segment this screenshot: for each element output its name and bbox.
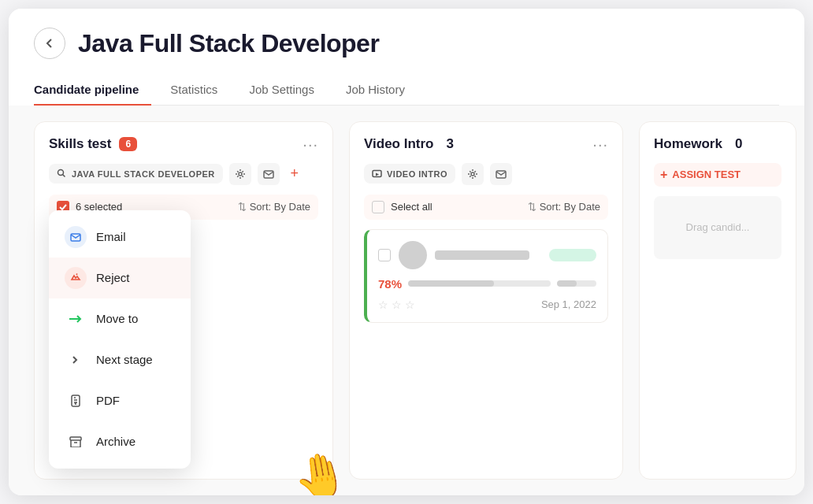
menu-item-pdf[interactable]: PDF: [49, 380, 191, 421]
svg-rect-5: [70, 437, 81, 440]
candidate-percent: 78%: [378, 277, 402, 291]
video-test-tag: VIDEO INTRO: [364, 164, 455, 183]
skills-test-tag: JAVA FULL STACK DEVELOPER: [49, 164, 223, 183]
video-card-header: Video Intro 3 ···: [364, 136, 608, 152]
back-button[interactable]: [34, 28, 65, 59]
menu-item-move[interactable]: Move to: [49, 298, 191, 339]
skills-test-name: JAVA FULL STACK DEVELOPER: [72, 169, 215, 179]
candidate-progress-row: 78%: [378, 277, 596, 291]
video-select-row: Select all ⇅ Sort: By Date: [364, 195, 608, 220]
video-select-checkbox[interactable]: [372, 201, 384, 213]
header-top: Java Full Stack Developer: [34, 28, 779, 59]
video-card-title: Video Intro: [364, 136, 433, 152]
video-sort-row[interactable]: ⇅ Sort: By Date: [528, 201, 600, 213]
skills-mail-button[interactable]: [258, 163, 280, 185]
video-more-button[interactable]: ···: [592, 136, 608, 152]
nav-tabs: Candidate pipeline Statistics Job Settin…: [34, 75, 779, 106]
video-test-name: VIDEO INTRO: [387, 169, 447, 179]
video-intro-card: Video Intro 3 ··· VIDEO INTRO: [349, 121, 623, 480]
video-sort-icon: ⇅: [528, 201, 536, 213]
svg-point-7: [471, 172, 474, 176]
svg-point-1: [239, 172, 242, 176]
header: Java Full Stack Developer Candidate pipe…: [9, 9, 804, 106]
drag-label: Drag candid...: [686, 221, 750, 233]
candidate-progress-bar: [408, 280, 551, 287]
menu-next-label: Next stage: [96, 353, 153, 366]
menu-reject-label: Reject: [96, 271, 130, 284]
menu-item-archive[interactable]: Archive: [49, 421, 191, 462]
candidate-name: [435, 250, 529, 260]
score-fill: [557, 280, 577, 287]
menu-item-email[interactable]: Email: [49, 217, 191, 258]
skills-title-row: Skills test 6: [49, 136, 137, 152]
sort-icon: ⇅: [238, 201, 247, 213]
video-title-row: Video Intro 3: [364, 136, 454, 152]
candidate-avatar-row: [378, 241, 529, 269]
skills-test-row: JAVA FULL STACK DEVELOPER +: [49, 163, 318, 185]
sort-row[interactable]: ⇅ Sort: By Date: [238, 201, 310, 213]
hand-cursor: 🤚: [289, 446, 352, 495]
homework-title-row: Homework 0: [654, 136, 742, 152]
progress-fill: [408, 280, 494, 287]
menu-archive-label: Archive: [96, 435, 136, 448]
pdf-icon: [65, 390, 87, 412]
dropdown-menu: Email Reject: [49, 210, 191, 469]
skills-test-card: Skills test 6 ··· JAVA FULL STACK DEVELO…: [34, 121, 333, 480]
menu-move-label: Move to: [96, 312, 138, 325]
homework-count-badge: 0: [735, 136, 742, 152]
skills-settings-button[interactable]: [229, 163, 251, 185]
assign-test-button[interactable]: + ASSIGN TEST: [654, 163, 781, 187]
video-test-row: VIDEO INTRO: [364, 163, 608, 185]
sort-text: Sort: By Date: [250, 201, 310, 213]
svg-point-0: [58, 170, 64, 176]
video-count-badge: 3: [446, 136, 453, 152]
email-icon: [65, 226, 87, 248]
tab-job-history[interactable]: Job History: [333, 75, 418, 106]
main-content: Skills test 6 ··· JAVA FULL STACK DEVELO…: [9, 106, 804, 496]
next-stage-icon: [65, 349, 87, 371]
assign-plus-icon: +: [660, 168, 667, 182]
drag-candidate-area: Drag candid...: [654, 196, 781, 259]
video-select-all-text: Select all: [391, 201, 522, 213]
app-window: Java Full Stack Developer Candidate pipe…: [9, 9, 804, 495]
skills-add-button[interactable]: +: [286, 165, 303, 183]
skills-card-title: Skills test: [49, 136, 111, 152]
reject-icon: [65, 267, 87, 289]
page-title: Java Full Stack Developer: [78, 29, 379, 58]
tab-candidate-pipeline[interactable]: Candidate pipeline: [34, 75, 151, 106]
candidate-top-row: [378, 241, 596, 269]
candidate-status: [549, 249, 596, 261]
skills-badge: 6: [119, 137, 137, 151]
video-candidate-card: 78% ☆ ☆ ☆ Sep 1, 2022: [364, 229, 608, 323]
homework-card-title: Homework: [654, 136, 722, 152]
assign-test-label: ASSIGN TEST: [672, 169, 741, 180]
video-sort-text: Sort: By Date: [540, 201, 600, 213]
skills-card-header: Skills test 6 ···: [49, 136, 318, 152]
archive-icon: [65, 431, 87, 453]
candidate-stars: ☆ ☆ ☆: [378, 298, 415, 311]
video-candidate-section: 78% ☆ ☆ ☆ Sep 1, 2022: [364, 229, 608, 323]
skills-more-button[interactable]: ···: [303, 136, 318, 152]
homework-card-header: Homework 0: [654, 136, 781, 152]
menu-item-reject[interactable]: Reject: [49, 258, 191, 298]
stars-date-row: ☆ ☆ ☆ Sep 1, 2022: [378, 298, 596, 311]
menu-email-label: Email: [96, 230, 126, 243]
tab-job-settings[interactable]: Job Settings: [236, 75, 327, 106]
homework-card: Homework 0 + ASSIGN TEST Drag candid...: [639, 121, 796, 480]
menu-item-next[interactable]: Next stage: [49, 339, 191, 380]
candidate-score-bar: [557, 280, 596, 287]
candidate-checkbox[interactable]: [378, 249, 391, 261]
video-settings-button[interactable]: [462, 163, 484, 185]
menu-pdf-label: PDF: [96, 394, 120, 407]
move-icon: [65, 308, 87, 330]
tab-statistics[interactable]: Statistics: [158, 75, 230, 106]
candidate-date: Sep 1, 2022: [541, 298, 596, 310]
video-mail-button[interactable]: [490, 163, 512, 185]
candidate-avatar: [399, 241, 427, 269]
